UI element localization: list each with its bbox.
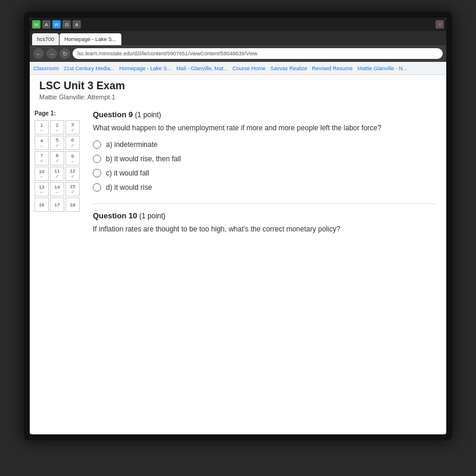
question-9-text: What would happen to the unemployment ra… <box>93 123 437 133</box>
bookmark-21st[interactable]: 21st Century Media... <box>64 65 115 71</box>
answer-option-b[interactable]: b) it would rise, then fall <box>93 155 437 163</box>
question-10-block: Question 10 (1 point) If inflation rates… <box>93 211 437 234</box>
bookmark-savvas[interactable]: Savvas Realize <box>270 65 307 71</box>
answer-label-b: b) it would rise, then fall <box>106 155 181 163</box>
taskbar-icon-m[interactable]: M <box>32 20 40 29</box>
laptop-outer: M A W ⊙ A ✕ hcs700 Homepage - Lake S... <box>0 0 476 476</box>
sidebar-cell-9[interactable]: 9-- <box>65 151 80 165</box>
sidebar-cell-14[interactable]: 14-- <box>50 182 64 196</box>
sidebar-cell-18[interactable]: 18 <box>65 198 80 212</box>
sidebar-cell-4[interactable]: 4-- <box>35 136 49 150</box>
answer-label-c: c) it would fall <box>106 169 149 177</box>
page-title: LSC Unit 3 Exam <box>39 80 437 92</box>
radio-d[interactable] <box>93 183 101 192</box>
forward-button[interactable]: → <box>46 48 57 59</box>
browser-tab-hcs700[interactable]: hcs700 <box>32 33 59 45</box>
full-page: LSC Unit 3 Exam Mattie Glanville: Attemp… <box>30 75 446 434</box>
taskbar-icon-o[interactable]: ⊙ <box>62 20 71 29</box>
os-taskbar: M A W ⊙ A ✕ <box>30 18 446 31</box>
radio-a[interactable] <box>93 140 101 149</box>
answer-label-d: d) it would rise <box>106 183 152 192</box>
address-bar[interactable]: lsc.learn.minnstate.edu/d2l/le/content/5… <box>73 48 443 59</box>
bookmark-mattie[interactable]: Mattie Glanville - N... <box>358 65 408 71</box>
answer-label-a: a) indeterminate <box>106 140 158 149</box>
bookmark-course[interactable]: Course Home <box>233 65 266 71</box>
browser-tabs: hcs700 Homepage - Lake S... <box>30 31 446 45</box>
back-button[interactable]: ← <box>33 48 44 59</box>
sidebar-cell-11[interactable]: 11✓ <box>50 167 64 181</box>
sidebar-cell-15[interactable]: 15✓ <box>65 182 80 196</box>
reload-button[interactable]: ↻ <box>60 48 70 59</box>
sidebar-cell-7[interactable]: 7✓ <box>35 151 49 165</box>
sidebar-grid: 1-- 2-- 3✓ 4-- <box>35 120 79 212</box>
sidebar-cell-6[interactable]: 6✓ <box>65 136 80 150</box>
browser-chrome: hcs700 Homepage - Lake S... ← → ↻ lsc.le… <box>30 31 446 75</box>
browser-toolbar: ← → ↻ lsc.learn.minnstate.edu/d2l/le/con… <box>30 45 446 62</box>
question-10-title: Question 10 (1 point) <box>93 211 437 220</box>
screen: M A W ⊙ A ✕ hcs700 Homepage - Lake S... <box>30 18 446 434</box>
sidebar-cell-17[interactable]: 17 <box>50 198 64 212</box>
sidebar-label: Page 1: <box>35 110 79 117</box>
taskbar-icon-close[interactable]: ✕ <box>436 20 444 29</box>
main-area: Question 9 (1 point) What would happen t… <box>83 103 446 434</box>
sidebar: Page 1: 1-- 2-- 3✓ <box>30 103 83 434</box>
answer-option-d[interactable]: d) it would rise <box>93 183 437 192</box>
bookmark-resume[interactable]: Revised Resume <box>312 65 353 71</box>
bookmarks-bar: Classroom 21st Century Media... Homepage… <box>30 62 446 75</box>
page-header: LSC Unit 3 Exam Mattie Glanville: Attemp… <box>30 75 446 103</box>
bookmark-mail[interactable]: Mail - Glanville, Mat... <box>176 65 228 71</box>
taskbar-icon-a2[interactable]: A <box>73 20 81 29</box>
answer-option-a[interactable]: a) indeterminate <box>93 140 437 149</box>
content-wrapper: Page 1: 1-- 2-- 3✓ <box>30 103 446 434</box>
radio-b[interactable] <box>93 155 101 163</box>
sidebar-cell-16[interactable]: 16 <box>35 198 49 212</box>
sidebar-cell-8[interactable]: 8✓ <box>50 151 64 165</box>
radio-c[interactable] <box>93 169 101 177</box>
page-subtitle: Mattie Glanville: Attempt 1 <box>39 93 437 101</box>
sidebar-cell-10[interactable]: 10-- <box>35 167 49 181</box>
bookmark-homepage[interactable]: Homepage - Lake S... <box>120 65 172 71</box>
sidebar-cell-13[interactable]: 13-- <box>35 182 49 196</box>
question-9-title: Question 9 (1 point) <box>93 110 437 119</box>
question-divider <box>93 203 437 204</box>
sidebar-cell-12[interactable]: 12✓ <box>65 167 80 181</box>
sidebar-cell-5[interactable]: 5✓ <box>50 136 64 150</box>
question-9-block: Question 9 (1 point) What would happen t… <box>93 110 437 192</box>
sidebar-cell-2[interactable]: 2-- <box>50 120 64 134</box>
sidebar-cell-1[interactable]: 1-- <box>35 120 49 134</box>
screen-bezel: M A W ⊙ A ✕ hcs700 Homepage - Lake S... <box>24 12 452 440</box>
answer-option-c[interactable]: c) it would fall <box>93 169 437 177</box>
browser-tab-active[interactable]: Homepage - Lake S... <box>60 33 121 45</box>
taskbar-icon-a[interactable]: A <box>42 20 51 29</box>
question-10-text: If inflation rates are thought to be too… <box>93 224 437 234</box>
bookmark-classroom[interactable]: Classroom <box>33 65 59 71</box>
sidebar-cell-3[interactable]: 3✓ <box>65 120 80 134</box>
taskbar-icon-w[interactable]: W <box>52 20 61 29</box>
